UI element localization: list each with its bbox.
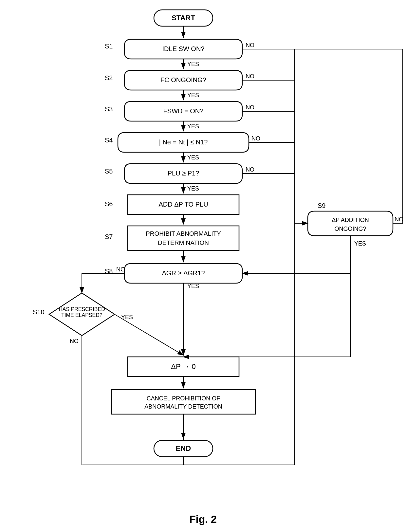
svg-text:YES: YES [187,154,199,161]
svg-text:S4: S4 [105,137,113,144]
svg-text:S3: S3 [105,105,113,113]
svg-text:DETERMINATION: DETERMINATION [158,239,209,246]
svg-text:S10: S10 [33,308,45,316]
svg-text:YES: YES [354,240,366,247]
svg-text:S7: S7 [105,233,113,240]
figure-caption: Fig. 2 [0,513,406,525]
svg-text:S6: S6 [105,200,113,208]
svg-text:YES: YES [187,92,199,99]
svg-text:END: END [176,444,191,452]
svg-text:ABNORMALITY DETECTION: ABNORMALITY DETECTION [144,403,222,410]
svg-text:NO: NO [251,135,260,142]
svg-text:S9: S9 [318,202,325,209]
svg-text:PLU ≥ P1?: PLU ≥ P1? [168,170,199,177]
svg-rect-40 [128,226,239,250]
svg-text:FC ONGOING?: FC ONGOING? [160,76,206,83]
svg-text:ONGOING?: ONGOING? [334,226,366,232]
svg-text:YES: YES [187,283,199,289]
svg-text:NO: NO [246,73,254,80]
svg-text:TIME ELAPSED?: TIME ELAPSED? [61,312,102,318]
svg-text:CANCEL PROHIBITION OF: CANCEL PROHIBITION OF [147,395,220,402]
svg-text:IDLE SW ON?: IDLE SW ON? [162,45,205,52]
svg-text:YES: YES [187,123,199,130]
svg-text:NO: NO [246,104,254,111]
svg-rect-76 [111,390,255,414]
svg-text:S1: S1 [105,43,113,50]
svg-text:NO: NO [246,42,254,48]
svg-text:ΔP → 0: ΔP → 0 [171,362,195,371]
svg-text:NO: NO [395,216,403,223]
svg-text:FSWD = ON?: FSWD = ON? [163,107,204,115]
svg-text:NO: NO [246,166,254,173]
svg-text:| Ne = Nt | ≤ N1?: | Ne = Nt | ≤ N1? [159,138,208,146]
svg-text:YES: YES [187,185,199,192]
svg-text:ΔGR ≥ ΔGR1?: ΔGR ≥ ΔGR1? [162,269,205,277]
svg-text:NO: NO [116,266,125,273]
svg-text:PROHIBIT ABNORMALITY: PROHIBIT ABNORMALITY [146,230,221,237]
svg-text:YES: YES [187,61,199,67]
svg-text:NO: NO [70,338,79,344]
svg-text:ADD ΔP TO PLU: ADD ΔP TO PLU [158,201,208,208]
svg-text:S5: S5 [105,168,113,175]
svg-text:HAS PRESCRIBED: HAS PRESCRIBED [59,306,105,312]
svg-text:YES: YES [121,314,133,321]
flowchart-diagram: START S1 IDLE SW ON? YES NO S2 FC ONGOIN… [0,0,406,504]
svg-text:START: START [172,14,195,22]
svg-text:ΔP ADDITION: ΔP ADDITION [332,217,369,223]
svg-text:S2: S2 [105,74,113,82]
